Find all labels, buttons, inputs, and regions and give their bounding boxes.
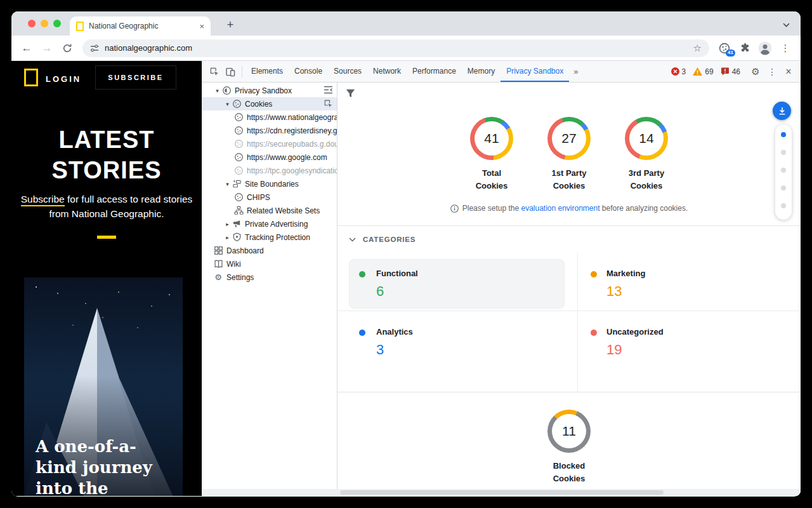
horizontal-scrollbar[interactable] <box>202 489 801 496</box>
tree-item-dashboard[interactable]: Dashboard <box>202 244 337 257</box>
inspect-element-icon[interactable] <box>206 64 222 80</box>
forward-button[interactable]: → <box>38 39 56 57</box>
extension-badge: 41 <box>726 50 735 57</box>
devtools-close-icon[interactable]: × <box>780 64 797 80</box>
dashboard-icon <box>213 246 223 256</box>
tree-item-https-securepubads-g-doubleclick-net[interactable]: https://securepubads.g.doubleclick.net <box>202 137 337 150</box>
download-report-button[interactable] <box>773 102 791 120</box>
zoom-window-button[interactable] <box>53 20 61 27</box>
category-count: 3 <box>376 342 384 358</box>
devtools-tab-elements[interactable]: Elements <box>246 61 289 82</box>
close-window-button[interactable] <box>28 20 36 27</box>
console-errors-badge[interactable]: 3 <box>671 67 686 76</box>
natgeo-logo-icon[interactable] <box>24 69 38 86</box>
devtools-settings-icon[interactable]: ⚙ <box>747 64 764 80</box>
panel-menu-icon[interactable] <box>324 86 334 96</box>
cookie-icon <box>233 192 244 203</box>
category-label: Uncategorized <box>606 327 664 337</box>
category-label: Functional <box>376 269 418 278</box>
wiki-icon <box>213 259 223 269</box>
natgeo-favicon-icon <box>76 22 84 31</box>
blocked-cookies-donut: 11BlockedCookies <box>337 410 801 485</box>
back-button[interactable]: ← <box>18 39 36 57</box>
chevron-down-icon <box>349 237 356 242</box>
devtools-tab-console[interactable]: Console <box>289 61 328 82</box>
evaluation-environment-link[interactable]: evaluation environment <box>521 204 599 213</box>
section-divider <box>337 225 801 226</box>
tree-item-https-www-nationalgeographic-com[interactable]: https://www.nationalgeographic.com <box>202 110 337 124</box>
pager-dot-1[interactable] <box>781 132 786 137</box>
pager-dot-5[interactable] <box>781 203 786 208</box>
devtools-tab-network[interactable]: Network <box>367 61 407 82</box>
site-settings-icon[interactable] <box>90 44 99 53</box>
category-label: Analytics <box>376 327 413 337</box>
cookie-extension-button[interactable]: 41 <box>716 39 733 57</box>
address-bar[interactable]: nationalgeographic.com ☆ <box>82 39 709 57</box>
tree-item-chips[interactable]: CHIPS <box>202 190 337 204</box>
extensions-button[interactable] <box>736 39 754 57</box>
tree-item-settings[interactable]: ⚙Settings <box>202 271 337 284</box>
devtools-tab-memory[interactable]: Memory <box>462 61 501 82</box>
tree-item-related-website-sets[interactable]: Related Website Sets <box>202 204 337 217</box>
tree-item-label: https://securepubads.g.doubleclick.net <box>247 140 337 149</box>
subscribe-link[interactable]: Subscribe <box>21 194 65 206</box>
pager-dot-4[interactable] <box>781 185 786 190</box>
tree-item-label: Related Website Sets <box>247 206 337 215</box>
scrollbar-thumb[interactable] <box>340 490 664 495</box>
devtools-tab-privacy-sandbox[interactable]: Privacy Sandbox <box>501 61 569 82</box>
category-analytics[interactable]: Analytics3 <box>337 311 577 392</box>
category-uncategorized[interactable]: Uncategorized19 <box>577 311 801 392</box>
toolbar-divider <box>242 66 242 77</box>
tree-item-https-www-google-com[interactable]: https://www.google.com <box>202 150 337 164</box>
profile-avatar[interactable] <box>756 39 774 57</box>
tree-item-tracking-protection[interactable]: ▸Tracking Protection <box>202 231 337 244</box>
category-functional[interactable]: Functional6 <box>337 253 577 311</box>
pager-dot-3[interactable] <box>781 168 786 173</box>
expand-arrow-icon[interactable]: ▸ <box>223 234 232 241</box>
reload-button[interactable] <box>58 39 76 57</box>
bookmark-star-icon[interactable]: ☆ <box>693 43 702 53</box>
expand-arrow-icon[interactable]: ▸ <box>223 221 232 227</box>
more-tabs-button[interactable]: » <box>569 67 582 76</box>
tree-item-label: https://www.nationalgeographic.com <box>247 113 337 122</box>
categories-section-header[interactable]: CATEGORIES <box>349 236 416 243</box>
subscribe-button[interactable]: SUBSCRIBE <box>95 65 176 90</box>
donut-ring: 11 <box>547 410 591 453</box>
filter-button[interactable] <box>343 86 358 101</box>
collapse-arrow-icon[interactable]: ▾ <box>213 88 221 94</box>
tab-close-icon[interactable]: × <box>199 22 204 31</box>
categories-grid: Functional6Marketing13Analytics3Uncatego… <box>337 253 801 392</box>
collapse-arrow-icon[interactable]: ▾ <box>223 181 232 187</box>
browser-window: National Geographic × + ← → nationalgeog… <box>11 11 801 497</box>
tree-item-private-advertising[interactable]: ▸Private Advertising <box>202 217 337 231</box>
category-count: 6 <box>376 283 384 300</box>
tree-item-https-tpc-googlesyndication-com[interactable]: https://tpc.googlesyndication.com <box>202 164 337 177</box>
browser-tab[interactable]: National Geographic × <box>70 17 211 36</box>
browser-menu-button[interactable]: ⋮ <box>776 39 794 57</box>
new-tab-button[interactable]: + <box>222 17 239 34</box>
collapse-arrow-icon[interactable]: ▾ <box>223 101 232 107</box>
devtools-tab-sources[interactable]: Sources <box>328 61 367 82</box>
devtools-menu-icon[interactable]: ⋮ <box>764 64 780 80</box>
tree-item-wiki[interactable]: Wiki <box>202 257 337 271</box>
category-marketing[interactable]: Marketing13 <box>577 253 801 311</box>
tree-item-https-cdn-registerdisney-go-com[interactable]: https://cdn.registerdisney.go.com <box>202 124 337 137</box>
tree-item-label: https://cdn.registerdisney.go.com <box>247 126 337 135</box>
pager-dot-2[interactable] <box>781 150 786 155</box>
minimize-window-button[interactable] <box>41 20 48 27</box>
issues-icon <box>721 67 730 76</box>
device-toolbar-icon[interactable] <box>222 64 239 80</box>
devtools-panel: ElementsConsoleSourcesNetworkPerformance… <box>202 61 801 496</box>
inspect-icon[interactable] <box>324 99 334 109</box>
console-warnings-badge[interactable]: 69 <box>693 67 713 76</box>
tab-search-button[interactable] <box>779 18 793 32</box>
tree-item-site-boundaries[interactable]: ▾Site Boundaries <box>202 177 337 190</box>
hero-image[interactable]: A one-of-a-kind journey into the Amazon <box>24 277 183 496</box>
tree-item-privacy-sandbox[interactable]: ▾Privacy Sandbox <box>202 84 337 97</box>
issues-badge[interactable]: 46 <box>721 67 740 76</box>
login-link[interactable]: LOGIN <box>46 74 81 84</box>
tree-item-cookies[interactable]: ▾Cookies <box>202 97 337 110</box>
tracking-protection-icon <box>232 232 242 243</box>
devtools-tab-performance[interactable]: Performance <box>407 61 462 82</box>
info-icon <box>450 204 459 213</box>
